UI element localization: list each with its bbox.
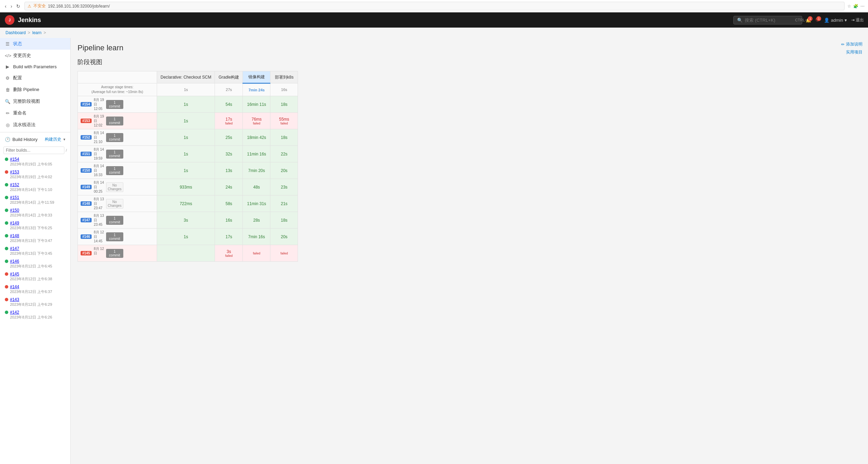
addressbar-actions[interactable]: ☆ 🧩 ⋯ bbox=[847, 4, 865, 9]
add-description-button[interactable]: ✏ 添加说明 bbox=[841, 41, 862, 47]
cell-149-col2[interactable]: 24s bbox=[215, 179, 243, 195]
cell-146-col3[interactable]: 7min 16s bbox=[243, 229, 270, 245]
build-link-143[interactable]: #143 bbox=[10, 297, 19, 302]
build-badge-152[interactable]: #152 bbox=[81, 135, 92, 140]
sidebar-item-build[interactable]: ▶ Build with Parameters bbox=[0, 61, 70, 72]
commit-151[interactable]: 1commit bbox=[106, 150, 123, 159]
sidebar-item-config[interactable]: ⚙ 配置 bbox=[0, 72, 70, 84]
build-item-146[interactable]: #146 2023年8月12日 上午6:45 bbox=[0, 258, 70, 270]
build-link-149[interactable]: #149 bbox=[10, 221, 19, 225]
stage-header-col4[interactable]: 部署到k8s bbox=[270, 71, 298, 83]
cell-145-col1[interactable] bbox=[157, 245, 215, 262]
build-badge-146[interactable]: #146 bbox=[81, 234, 92, 239]
build-badge-153[interactable]: #153 bbox=[81, 119, 92, 123]
commit-146[interactable]: 1commit bbox=[106, 232, 123, 241]
cell-152-col1[interactable]: 1s bbox=[157, 129, 215, 146]
commit-154[interactable]: 1commit bbox=[106, 100, 123, 109]
build-badge-154[interactable]: #154 bbox=[81, 102, 92, 107]
build-item-142[interactable]: #142 2023年8月12日 上午6:26 bbox=[0, 309, 70, 321]
commit-150[interactable]: 1commit bbox=[106, 166, 123, 175]
cell-154-col3[interactable]: 16min 11s bbox=[243, 96, 270, 113]
cell-153-col1[interactable]: 1s bbox=[157, 113, 215, 129]
cell-147-col3[interactable]: 28s bbox=[243, 212, 270, 229]
cell-146-col2[interactable]: 17s bbox=[215, 229, 243, 245]
build-badge-150[interactable]: #150 bbox=[81, 168, 92, 173]
build-badge-149[interactable]: #149 bbox=[81, 185, 92, 189]
build-item-148[interactable]: #148 2023年8月13日 下午3:47 bbox=[0, 232, 70, 245]
cell-146-col4[interactable]: 20s bbox=[270, 229, 298, 245]
build-history-chevron[interactable]: ▾ bbox=[63, 137, 65, 142]
cell-150-col4[interactable]: 20s bbox=[270, 162, 298, 179]
cell-151-col3[interactable]: 11min 16s bbox=[243, 146, 270, 162]
sidebar-item-delete[interactable]: 🗑 删除 Pipeline bbox=[0, 84, 70, 95]
cell-149-col4[interactable]: 23s bbox=[270, 179, 298, 195]
sidebar-item-fullstage[interactable]: 🔍 完整阶段视图 bbox=[0, 95, 70, 107]
breadcrumb-job[interactable]: learn bbox=[32, 30, 42, 35]
cell-145-col4[interactable]: failed bbox=[270, 245, 298, 262]
cell-154-col1[interactable]: 1s bbox=[157, 96, 215, 113]
build-item-149[interactable]: #149 2023年8月13日 下午6:25 bbox=[0, 219, 70, 232]
cell-148-col1[interactable]: 722ms bbox=[157, 195, 215, 212]
build-link-144[interactable]: #144 bbox=[10, 284, 19, 289]
search-box[interactable]: 🔍 CTRL+K bbox=[733, 16, 802, 24]
build-item-153[interactable]: #153 2023年8月19日 上午4:02 bbox=[0, 168, 70, 181]
stage-header-col1[interactable]: Declarative: Checkout SCM bbox=[157, 71, 215, 83]
cell-145-col3[interactable]: failed bbox=[243, 245, 270, 262]
sidebar-item-rename[interactable]: ✏ 重命名 bbox=[0, 107, 70, 119]
sidebar-item-status[interactable]: ☰ 状态 bbox=[0, 38, 70, 50]
cell-146-col1[interactable]: 1s bbox=[157, 229, 215, 245]
cell-151-col4[interactable]: 22s bbox=[270, 146, 298, 162]
commit-147[interactable]: 1commit bbox=[106, 216, 123, 225]
build-link-142[interactable]: #142 bbox=[10, 310, 19, 315]
cell-150-col2[interactable]: 13s bbox=[215, 162, 243, 179]
cell-147-col2[interactable]: 16s bbox=[215, 212, 243, 229]
forward-button[interactable]: › bbox=[9, 3, 14, 10]
build-link-154[interactable]: #154 bbox=[10, 157, 19, 162]
stage-header-col3[interactable]: 镜像构建 bbox=[243, 71, 270, 83]
cell-150-col3[interactable]: 7min 20s bbox=[243, 162, 270, 179]
build-filter-input[interactable] bbox=[3, 147, 64, 154]
cell-151-col1[interactable]: 1s bbox=[157, 146, 215, 162]
cell-147-col1[interactable]: 3s bbox=[157, 212, 215, 229]
cell-153-col4[interactable]: 55msfailed bbox=[270, 113, 298, 129]
build-link-152[interactable]: #152 bbox=[10, 182, 19, 187]
cell-152-col3[interactable]: 18min 42s bbox=[243, 129, 270, 146]
cell-147-col4[interactable]: 18s bbox=[270, 212, 298, 229]
cell-148-col4[interactable]: 21s bbox=[270, 195, 298, 212]
commit-152[interactable]: 1commit bbox=[106, 133, 123, 142]
cell-153-col2[interactable]: 17sfailed bbox=[215, 113, 243, 129]
back-button[interactable]: ‹ bbox=[3, 3, 8, 10]
cell-152-col2[interactable]: 25s bbox=[215, 129, 243, 146]
build-badge-145[interactable]: #145 bbox=[81, 251, 92, 255]
cell-150-col1[interactable]: 1s bbox=[157, 162, 215, 179]
build-link-150[interactable]: #150 bbox=[10, 208, 19, 213]
security-icon-topbar[interactable]: 🛡 1 bbox=[815, 18, 820, 23]
build-badge-147[interactable]: #147 bbox=[81, 218, 92, 222]
commit-145[interactable]: 1commit bbox=[106, 249, 123, 258]
bookmark-icon[interactable]: ☆ bbox=[847, 4, 851, 9]
sidebar-item-pipeline[interactable]: ◎ 流水线语法 bbox=[0, 119, 70, 131]
cell-151-col2[interactable]: 32s bbox=[215, 146, 243, 162]
search-input[interactable] bbox=[745, 18, 793, 23]
reload-button[interactable]: ↻ bbox=[15, 3, 22, 10]
logout-button[interactable]: ⇥ 退出 bbox=[851, 17, 864, 23]
nav-buttons[interactable]: ‹ › ↻ bbox=[3, 3, 22, 10]
extensions-icon[interactable]: 🧩 bbox=[853, 4, 858, 9]
cell-148-col2[interactable]: 58s bbox=[215, 195, 243, 212]
cell-154-col4[interactable]: 18s bbox=[270, 96, 298, 113]
url-bar[interactable]: ⚠ 不安全 192.168.101.106:32000/job/learn/ bbox=[24, 2, 845, 10]
build-item-154[interactable]: #154 2023年8月19日 上午6:05 bbox=[0, 155, 70, 168]
build-badge-151[interactable]: #151 bbox=[81, 152, 92, 156]
build-link-145[interactable]: #145 bbox=[10, 272, 19, 276]
build-link-146[interactable]: #146 bbox=[10, 259, 19, 264]
build-item-145[interactable]: #145 2023年8月12日 上午6:38 bbox=[0, 270, 70, 283]
more-icon[interactable]: ⋯ bbox=[860, 4, 865, 9]
build-item-151[interactable]: #151 2023年8月14日 上午11:59 bbox=[0, 194, 70, 206]
cell-152-col4[interactable]: 18s bbox=[270, 129, 298, 146]
build-item-144[interactable]: #144 2023年8月12日 上午6:37 bbox=[0, 283, 70, 296]
commit-153[interactable]: 1commit bbox=[106, 117, 123, 125]
build-filter[interactable]: / bbox=[0, 145, 70, 155]
cell-149-col3[interactable]: 48s bbox=[243, 179, 270, 195]
build-item-143[interactable]: #143 2023年8月12日 上午6:29 bbox=[0, 296, 70, 309]
cell-149-col1[interactable]: 933ms bbox=[157, 179, 215, 195]
